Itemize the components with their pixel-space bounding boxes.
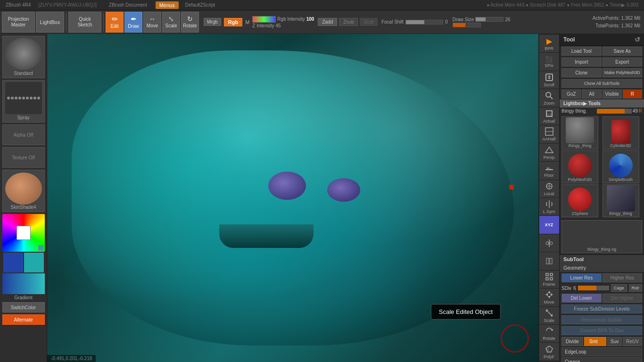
- sym2-button[interactable]: [539, 252, 559, 270]
- del-lower-button[interactable]: Del Lower: [561, 294, 602, 303]
- standard-brush-item[interactable]: Standard: [2, 36, 45, 78]
- color-swatch-primary[interactable]: [3, 253, 23, 272]
- zsphere-thumb[interactable]: ZSphere: [561, 184, 598, 217]
- mrgb-button[interactable]: Mrgb: [204, 18, 221, 26]
- frame-button[interactable]: Frame: [539, 271, 559, 288]
- scroll-button[interactable]: Scroll: [539, 71, 559, 89]
- rotate-icon-button[interactable]: Rotate: [539, 325, 559, 343]
- lower-res-button[interactable]: Lower Res: [561, 273, 602, 282]
- skin-shade-label: SkinShade4: [11, 205, 36, 210]
- import-button[interactable]: Import: [561, 58, 602, 66]
- export-button[interactable]: Export: [603, 58, 643, 66]
- gradient-swatch[interactable]: [2, 273, 45, 294]
- texture-off[interactable]: Texture Off: [2, 147, 45, 168]
- polymesh3d-thumb[interactable]: PolyMesh3D: [561, 150, 598, 183]
- z-intensity-slider[interactable]: [453, 23, 481, 27]
- xyz-button[interactable]: XYZ: [539, 216, 559, 234]
- visible-button[interactable]: Visible: [603, 90, 622, 99]
- mem-info: ● Active Mem 443 ● Scratch Disk 487 ● Fr…: [483, 1, 642, 8]
- color-swatch-secondary[interactable]: [24, 253, 44, 272]
- clone-all-subtools-button[interactable]: Clone All SubTools: [561, 79, 642, 88]
- lsym-button[interactable]: L.Sym: [539, 198, 559, 216]
- zoom-button[interactable]: Zoom: [539, 89, 559, 107]
- edit-button[interactable]: ✏ Edit: [106, 12, 124, 33]
- lightbox-tools-section[interactable]: Lightbox▶ Tools: [560, 99, 644, 107]
- z-intensity-label: Z Intensity: [252, 23, 274, 28]
- svg-rect-23: [546, 273, 548, 276]
- all-button[interactable]: All: [582, 90, 601, 99]
- skin-shade-item[interactable]: SkinShade4: [2, 170, 45, 212]
- polyf-button[interactable]: PolyF: [539, 343, 559, 361]
- rgb-button[interactable]: Rgb: [224, 18, 242, 26]
- make-polymesh-button[interactable]: Make PolyMesh3D: [603, 68, 643, 77]
- projection-master-button[interactable]: Projection Master: [2, 12, 35, 33]
- polymesh3d-preview: [568, 154, 592, 177]
- r-button[interactable]: R: [623, 90, 642, 99]
- alternate-button[interactable]: Alternate: [2, 314, 45, 325]
- freeze-subdiv-button[interactable]: Freeze SubDivision Levels: [561, 304, 642, 313]
- floor-label: Floor: [544, 173, 554, 178]
- local-button[interactable]: Local: [539, 180, 559, 198]
- del-higher-button[interactable]: Del Higher: [603, 294, 643, 303]
- cylinder3d-thumb[interactable]: Cylinder3D: [603, 116, 639, 149]
- move-icon-button[interactable]: Move: [539, 288, 559, 306]
- sdiv-slider[interactable]: [578, 286, 609, 290]
- cage-button[interactable]: Cage: [611, 284, 627, 292]
- divide-button[interactable]: Divide: [561, 337, 583, 346]
- focal-shift-slider[interactable]: [405, 20, 443, 25]
- svg-point-20: [550, 242, 553, 245]
- scale-button[interactable]: ⤡ Scale: [162, 12, 180, 33]
- aahalf-button[interactable]: AAHalf: [539, 125, 559, 143]
- sym2-icon: [545, 256, 554, 266]
- svg-marker-10: [545, 147, 553, 153]
- thingy-thing-slider[interactable]: [597, 109, 631, 114]
- svg-marker-29: [545, 293, 548, 296]
- svg-marker-3: [548, 78, 551, 79]
- higher-res-button[interactable]: Higher Res: [603, 273, 643, 282]
- switch-color-button[interactable]: SwitchColor: [2, 302, 45, 313]
- menus-button[interactable]: Menus: [156, 1, 179, 9]
- clone-button[interactable]: Clone: [561, 68, 602, 77]
- thingy-thing-rig-thumb[interactable]: thingy_thing rig: [561, 220, 642, 253]
- rotate-button[interactable]: ↻ Rotate: [181, 12, 199, 33]
- thingy-thing2-preview: [607, 185, 635, 211]
- subtool-section[interactable]: SubTool: [560, 254, 644, 263]
- zadd-button[interactable]: Zadd: [318, 18, 337, 26]
- bpr-button[interactable]: ▶ BPR: [539, 35, 559, 53]
- persp-button[interactable]: Persp: [539, 144, 559, 162]
- local-icon: [545, 181, 554, 191]
- floor-button[interactable]: Floor: [539, 162, 559, 180]
- tool-panel-refresh[interactable]: ↺: [635, 36, 640, 43]
- zsub-button[interactable]: Zsub: [339, 18, 358, 26]
- geometry-section[interactable]: Geometry: [560, 263, 644, 272]
- edgeloop-button[interactable]: EdgeLoop: [561, 347, 642, 356]
- color-wheel[interactable]: [2, 214, 45, 252]
- simplebrush-thumb[interactable]: SimpleBrush: [603, 150, 639, 183]
- smt-button[interactable]: Smt: [584, 337, 606, 346]
- canvas-area[interactable]: Scale Edited Object -0.491,0.201,-0.218: [47, 34, 538, 362]
- goz-button[interactable]: GoZ: [561, 90, 581, 99]
- scale-icon-button[interactable]: Scale: [539, 307, 559, 325]
- zoom-label: Zoom: [544, 101, 554, 106]
- spix-button[interactable]: ⬛ SPix: [539, 53, 559, 71]
- load-tool-button[interactable]: Load Tool: [561, 47, 602, 56]
- zcut-button[interactable]: Zcut: [360, 18, 377, 26]
- sym1-button[interactable]: [539, 234, 559, 252]
- rstr-button[interactable]: Rstr: [629, 284, 643, 292]
- alpha-off[interactable]: Alpha Off: [2, 124, 45, 145]
- draw-button[interactable]: ✒ Draw: [124, 12, 142, 33]
- reconstruct-subdiv-button[interactable]: Reconstruct Subdiv: [561, 315, 642, 324]
- convert-bpr-button[interactable]: Convert BPR To Geo: [561, 326, 642, 335]
- thingy-thing2-thumb[interactable]: thingy_thing: [603, 184, 639, 217]
- actual-button[interactable]: 1:1 Actual: [539, 107, 559, 125]
- move-button[interactable]: ↔ Move: [143, 12, 161, 33]
- quick-sketch-button[interactable]: Quick Sketch: [68, 12, 101, 33]
- reuv-button[interactable]: ReUV: [623, 337, 642, 346]
- suv-button[interactable]: Suv: [607, 337, 622, 346]
- crease-button[interactable]: Crease: [561, 357, 642, 362]
- spray-brush-item[interactable]: Spray: [2, 80, 45, 123]
- draw-size-slider[interactable]: [475, 17, 504, 22]
- lightbox-button[interactable]: LightBox: [36, 12, 64, 33]
- save-as-button[interactable]: Save As: [603, 47, 643, 56]
- thingy-thing-thumb[interactable]: thingy_thing: [561, 116, 598, 149]
